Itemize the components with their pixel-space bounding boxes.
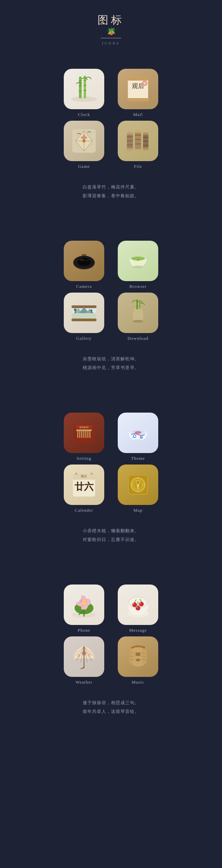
svg-rect-21 [127,132,133,134]
svg-point-145 [137,645,139,647]
page-header: 图标 🪴 ICONS [98,13,124,45]
svg-rect-6 [84,80,86,81]
svg-point-131 [87,653,91,657]
icons-row-2: Game [64,121,158,169]
game-icon-item[interactable]: Game [64,121,104,169]
page-title-cn: 图标 [98,13,124,26]
browser-label: Browser [129,284,146,289]
calendar-label: Calender [75,508,93,513]
camera-icon-item[interactable]: Camera [64,241,104,289]
setting-icon-item[interactable]: 装饰纹样 Setting [64,413,104,461]
file-label: File [134,164,142,169]
message-icon[interactable] [118,585,158,625]
mail-icon-item[interactable]: 观后 Mail [118,69,158,117]
music-icon-item[interactable]: Music [118,636,158,685]
setting-label: Setting [77,456,91,461]
mail-label: Mail [133,112,143,117]
svg-point-130 [77,654,81,657]
svg-rect-25 [127,145,133,145]
browser-icon[interactable] [118,241,158,281]
svg-rect-71 [87,431,88,438]
mail-icon[interactable]: 观后 [118,69,158,109]
svg-rect-28 [135,149,141,152]
game-icon[interactable] [64,121,104,161]
clock-icon[interactable] [64,69,104,109]
svg-point-41 [80,259,84,261]
phone-icon[interactable] [64,585,104,625]
svg-rect-8 [84,90,86,91]
svg-rect-54 [72,313,96,319]
section-2: Camera [0,234,222,386]
download-label: Download [128,336,148,341]
calendar-icon[interactable]: 既月 廿六 [64,465,104,505]
setting-icon[interactable]: 装饰纹样 [64,413,104,453]
file-icon-item[interactable]: File [118,121,158,169]
svg-point-14 [143,82,146,85]
clock-label: Clock [78,112,90,117]
page-title-en: ICONS [102,41,120,45]
svg-rect-34 [143,148,148,150]
svg-rect-69 [83,431,84,438]
theme-icon-item[interactable]: Theme [118,413,158,461]
clock-icon-item[interactable]: Clock [64,69,104,117]
gallery-icon[interactable] [64,293,104,333]
icons-row-7: Phone [64,585,158,633]
svg-point-117 [139,602,144,606]
svg-rect-67 [79,431,80,438]
message-icon-item[interactable]: Message [118,585,158,633]
icons-row-4: Gallery [64,293,158,341]
browser-icon-item[interactable]: Browser [118,241,158,289]
svg-rect-20 [127,132,133,151]
svg-point-121 [136,606,138,608]
icons-row-3: Camera [64,241,158,289]
svg-text:东: 东 [143,483,145,486]
svg-point-120 [140,602,141,604]
icons-row-1: Clock 观后 [64,69,158,117]
download-icon-item[interactable]: Download [118,293,158,341]
svg-point-45 [137,259,139,261]
svg-rect-3 [79,86,82,86]
svg-point-78 [133,439,143,442]
map-icon[interactable]: 北 南 西 东 [118,465,158,505]
svg-rect-31 [135,144,141,144]
svg-point-80 [135,431,141,434]
svg-text:廿六: 廿六 [75,481,94,492]
calendar-icon-item[interactable]: 既月 廿六 Calender [64,465,104,513]
svg-rect-65 [76,429,92,431]
svg-rect-42 [82,254,86,256]
svg-rect-70 [85,431,86,438]
gallery-icon-item[interactable]: Gallery [64,293,104,341]
icons-row-5: 装饰纹样 Setting [64,413,158,461]
phone-icon-item[interactable]: Phone [64,585,104,633]
svg-rect-2 [79,81,82,81]
icons-row-8: Weather [64,636,158,685]
svg-point-56 [74,308,77,311]
svg-point-63 [133,320,143,323]
weather-icon-item[interactable]: Weather [64,636,104,685]
svg-point-119 [133,603,134,604]
svg-rect-66 [77,431,78,438]
svg-rect-1 [79,77,82,98]
svg-rect-23 [127,137,133,137]
svg-point-86 [75,473,77,475]
poem-1: 白盘落草竹，梅花伴尺素。 影薄迎春集，卷中春如故。 [83,183,139,200]
game-label: Game [78,164,90,169]
download-icon[interactable] [118,293,158,333]
file-icon[interactable] [118,121,158,161]
svg-text:装饰纹样: 装饰纹样 [79,426,89,429]
svg-rect-37 [143,145,148,146]
svg-point-142 [131,647,133,649]
camera-icon[interactable] [64,241,104,281]
weather-icon[interactable] [64,636,104,677]
svg-rect-10 [127,77,149,81]
svg-rect-35 [143,137,148,138]
header-decoration: 🪴 [107,27,116,36]
poem-3: 小弄橙木梳，懒着翻翻来。 对窗盼归日，忘雁不识途。 [83,527,139,544]
music-icon[interactable] [118,636,158,677]
svg-text:既月: 既月 [81,475,87,478]
map-icon-item[interactable]: 北 南 西 东 Map [118,465,158,513]
svg-rect-24 [127,141,133,141]
svg-rect-29 [135,135,141,136]
svg-rect-49 [72,319,96,321]
theme-icon[interactable] [118,413,158,453]
